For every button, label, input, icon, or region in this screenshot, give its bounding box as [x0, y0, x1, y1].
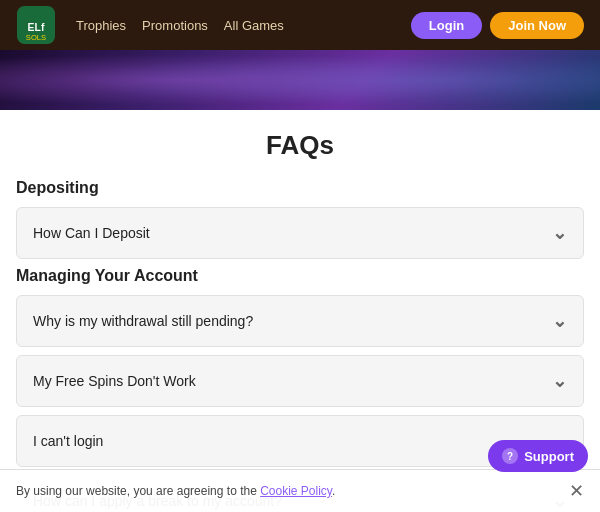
faq-item-withdrawal-label: Why is my withdrawal still pending? [33, 313, 253, 329]
login-button[interactable]: Login [411, 12, 482, 39]
faq-title: FAQs [16, 130, 584, 161]
support-button[interactable]: ? Support [488, 440, 588, 472]
cookie-text: By using our website, you are agreeing t… [16, 484, 335, 498]
faq-item-free-spins[interactable]: My Free Spins Don't Work ⌄ [16, 355, 584, 407]
support-label: Support [524, 449, 574, 464]
join-button[interactable]: Join Now [490, 12, 584, 39]
svg-text:SOLS: SOLS [26, 33, 46, 42]
cookie-policy-link[interactable]: Cookie Policy [260, 484, 332, 498]
header-right: Login Join Now [411, 12, 584, 39]
nav-trophies[interactable]: Trophies [76, 18, 126, 33]
cookie-close-button[interactable]: ✕ [569, 480, 584, 502]
section-heading-managing: Managing Your Account [16, 267, 584, 285]
faq-item-cant-login-label: I can't login [33, 433, 103, 449]
logo[interactable]: ELf SOLS [16, 5, 56, 45]
svg-text:ELf: ELf [28, 22, 45, 33]
cookie-text-label: By using our website, you are agreeing t… [16, 484, 257, 498]
faq-item-deposit-label: How Can I Deposit [33, 225, 150, 241]
faq-item-free-spins-label: My Free Spins Don't Work [33, 373, 196, 389]
nav-links: Trophies Promotions All Games [76, 18, 284, 33]
chevron-down-icon: ⌄ [552, 222, 567, 244]
support-icon: ? [502, 448, 518, 464]
header-left: ELf SOLS Trophies Promotions All Games [16, 5, 284, 45]
cookie-banner: By using our website, you are agreeing t… [0, 469, 600, 512]
nav-promotions[interactable]: Promotions [142, 18, 208, 33]
faq-item-deposit[interactable]: How Can I Deposit ⌄ [16, 207, 584, 259]
chevron-down-icon: ⌄ [552, 370, 567, 392]
chevron-down-icon: ⌄ [552, 310, 567, 332]
section-heading-depositing: Depositing [16, 179, 584, 197]
header: ELf SOLS Trophies Promotions All Games L… [0, 0, 600, 50]
cookie-suffix: . [332, 484, 335, 498]
hero-banner [0, 50, 600, 110]
nav-all-games[interactable]: All Games [224, 18, 284, 33]
faq-item-withdrawal[interactable]: Why is my withdrawal still pending? ⌄ [16, 295, 584, 347]
